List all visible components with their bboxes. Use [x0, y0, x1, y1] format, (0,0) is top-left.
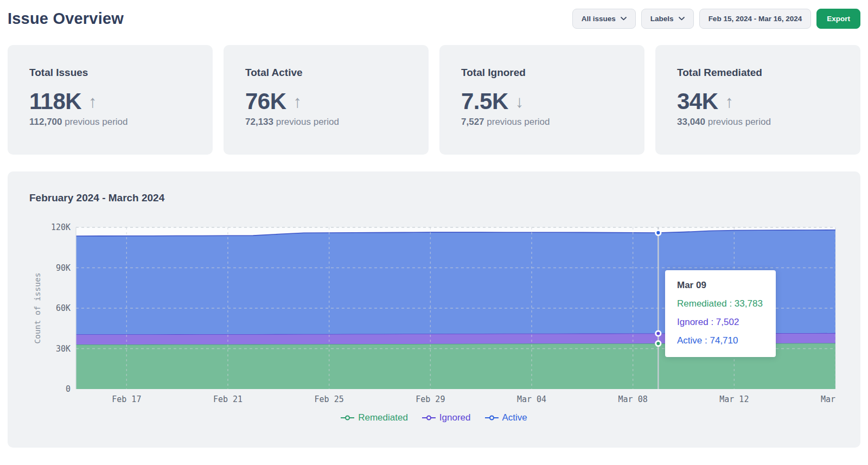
stat-card-total-active: Total Active 76K ↑ 72,133 previous perio… [224, 45, 429, 155]
export-button[interactable]: Export [816, 9, 860, 29]
stat-card-title: Total Remediated [677, 67, 839, 79]
svg-text:120K: 120K [51, 222, 71, 232]
svg-text:Feb 29: Feb 29 [416, 394, 445, 404]
trend-up-icon: ↑ [88, 93, 97, 110]
tooltip-row-remediated: Remediated : 33,783 [677, 298, 764, 309]
tooltip-date: Mar 09 [677, 280, 764, 291]
trend-down-icon: ↓ [515, 93, 524, 110]
stat-card-previous: 72,133 previous period [245, 117, 407, 128]
stat-cards-row: Total Issues 118K ↑ 112,700 previous per… [8, 45, 860, 155]
legend-label: Ignored [439, 412, 471, 423]
stat-card-title: Total Issues [29, 67, 191, 79]
svg-text:Feb 25: Feb 25 [315, 394, 344, 404]
legend-marker-icon [341, 415, 354, 421]
stat-card-previous: 7,527 previous period [461, 117, 623, 128]
stat-card-previous: 112,700 previous period [29, 117, 191, 128]
svg-text:Feb 21: Feb 21 [213, 394, 242, 404]
page-header: Issue Overview All issues Labels Feb 15,… [8, 8, 860, 29]
date-range-label: Feb 15, 2024 - Mar 16, 2024 [709, 15, 802, 23]
chart-title: February 2024 - March 2024 [29, 192, 839, 204]
legend-item-ignored[interactable]: Ignored [422, 412, 471, 423]
legend-marker-icon [422, 415, 436, 421]
legend-item-remediated[interactable]: Remediated [341, 412, 408, 423]
chart-tooltip: Mar 09 Remediated : 33,783 Ignored : 7,5… [665, 270, 776, 357]
stat-card-title: Total Ignored [461, 67, 623, 79]
stat-card-value: 34K [677, 90, 718, 113]
trend-up-icon: ↑ [725, 93, 734, 110]
all-issues-dropdown[interactable]: All issues [572, 9, 636, 29]
legend-item-active[interactable]: Active [485, 412, 527, 423]
stat-card-total-ignored: Total Ignored 7.5K ↓ 7,527 previous peri… [439, 45, 644, 155]
chevron-down-icon [621, 17, 627, 21]
export-button-label: Export [827, 15, 850, 23]
plot-region: 030K60K90K120KFeb 17Feb 21Feb 25Feb 29Ma… [29, 219, 839, 407]
chevron-down-icon [679, 17, 685, 21]
svg-text:Mar 12: Mar 12 [719, 394, 749, 404]
chart-legend: Remediated Ignored Active [29, 412, 839, 423]
svg-text:Mar 16: Mar 16 [821, 394, 841, 404]
stat-card-value: 7.5K [461, 90, 508, 113]
svg-text:Mar 08: Mar 08 [618, 394, 648, 404]
stat-card-total-remediated: Total Remediated 34K ↑ 33,040 previous p… [655, 45, 860, 155]
page-title: Issue Overview [8, 10, 124, 28]
labels-dropdown[interactable]: Labels [641, 9, 694, 29]
trend-up-icon: ↑ [293, 93, 302, 110]
tooltip-row-ignored: Ignored : 7,502 [677, 317, 764, 328]
svg-text:90K: 90K [56, 263, 71, 273]
chart-card: February 2024 - March 2024 030K60K90K120… [8, 171, 860, 448]
stat-card-value: 118K [29, 90, 81, 113]
svg-text:30K: 30K [56, 344, 71, 354]
stat-card-title: Total Active [245, 67, 407, 79]
svg-text:Count of issues: Count of issues [33, 273, 42, 344]
all-issues-dropdown-label: All issues [582, 15, 616, 23]
svg-text:60K: 60K [56, 303, 71, 313]
legend-label: Remediated [358, 412, 408, 423]
labels-dropdown-label: Labels [650, 15, 674, 23]
header-controls: All issues Labels Feb 15, 2024 - Mar 16,… [572, 9, 860, 29]
legend-marker-icon [485, 415, 499, 421]
svg-text:Mar 04: Mar 04 [517, 394, 546, 404]
svg-text:Feb 17: Feb 17 [112, 394, 141, 404]
date-range-picker[interactable]: Feb 15, 2024 - Mar 16, 2024 [699, 9, 812, 29]
stat-card-total-issues: Total Issues 118K ↑ 112,700 previous per… [8, 45, 213, 155]
stat-card-previous: 33,040 previous period [677, 117, 839, 128]
svg-text:0: 0 [66, 384, 71, 394]
legend-label: Active [502, 412, 527, 423]
stat-card-value: 76K [245, 90, 286, 113]
tooltip-row-active: Active : 74,710 [677, 335, 764, 346]
